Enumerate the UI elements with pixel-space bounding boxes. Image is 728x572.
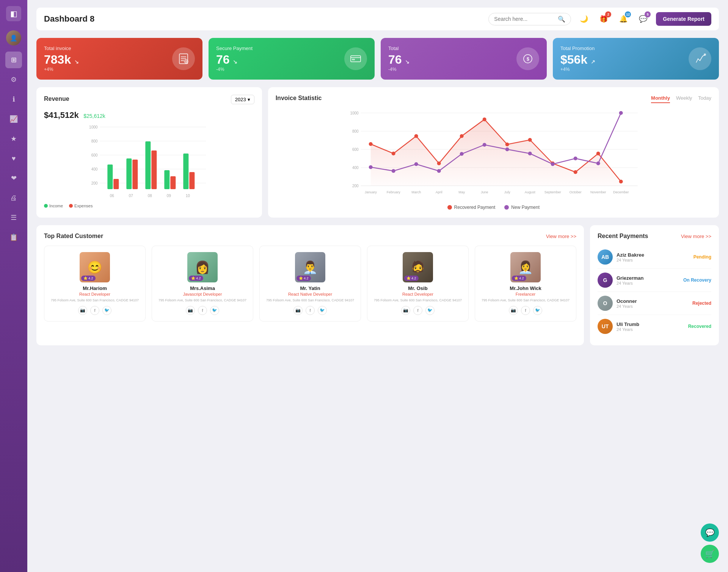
tab-weekly[interactable]: Weekly xyxy=(676,95,692,103)
twitter-icon-1[interactable]: 🐦 xyxy=(210,306,219,315)
tab-today[interactable]: Today xyxy=(698,95,711,103)
customer-card-2: 👨‍💼 ⭐ 4.2 Mr. Yatin React Native Develop… xyxy=(259,246,361,321)
bottom-row: Top Rated Customer View more >> 😊 ⭐ 4.2 … xyxy=(36,225,719,345)
sidebar-item-list[interactable]: 📋 xyxy=(5,229,22,246)
svg-rect-23 xyxy=(113,179,119,189)
facebook-icon-2[interactable]: f xyxy=(306,306,315,315)
sidebar-item-analytics[interactable]: 📈 xyxy=(5,111,22,127)
sidebar-item-heart2[interactable]: ❤ xyxy=(5,170,22,186)
facebook-icon-1[interactable]: f xyxy=(198,306,207,315)
svg-point-71 xyxy=(596,152,600,155)
generate-report-button[interactable]: Generate Report xyxy=(656,12,711,26)
sidebar-item-print[interactable]: 🖨 xyxy=(5,190,22,206)
search-icon: 🔍 xyxy=(558,16,565,23)
instagram-icon-1[interactable]: 📷 xyxy=(186,306,195,315)
float-support-button[interactable]: 💬 xyxy=(701,523,719,542)
float-cart-button[interactable]: 🛒 xyxy=(701,545,719,563)
revenue-value: $41,512k $25,612k xyxy=(44,110,254,120)
stat-info-payment: Secure Payment 76 ↘ -4% xyxy=(216,45,253,72)
stat-icon-invoice: $ xyxy=(172,47,195,70)
chat-icon-button[interactable]: 💬 5 xyxy=(636,12,650,26)
payments-view-more[interactable]: View more >> xyxy=(681,234,711,239)
svg-point-73 xyxy=(369,165,372,169)
instagram-icon-4[interactable]: 📷 xyxy=(509,306,518,315)
svg-rect-25 xyxy=(126,158,132,189)
payment-name-3: Uli Trumb xyxy=(617,321,684,327)
facebook-icon-3[interactable]: f xyxy=(413,306,422,315)
gift-badge: 2 xyxy=(605,11,611,17)
theme-toggle-button[interactable]: 🌙 xyxy=(577,12,591,26)
stat-label-invoice: Total invoice xyxy=(44,45,79,51)
svg-point-68 xyxy=(528,138,532,142)
payment-name-0: Aziz Bakree xyxy=(617,252,690,258)
twitter-icon-3[interactable]: 🐦 xyxy=(425,306,435,315)
svg-text:400: 400 xyxy=(352,166,359,170)
new-payment-legend: New Payment xyxy=(504,205,540,210)
instagram-icon-2[interactable]: 📷 xyxy=(293,306,303,315)
svg-text:1000: 1000 xyxy=(350,111,359,115)
search-input[interactable] xyxy=(494,16,555,22)
twitter-icon-2[interactable]: 🐦 xyxy=(318,306,327,315)
payment-age-3: 24 Years xyxy=(617,327,684,332)
gift-icon-button[interactable]: 🎁 2 xyxy=(597,12,610,26)
sidebar-item-menu[interactable]: ☰ xyxy=(5,209,22,226)
stat-label-promotion: Total Promotion xyxy=(560,45,595,51)
revenue-bar-chart: 1000 800 600 400 200 06 07 xyxy=(44,123,254,199)
invoice-tabs: Monthly Weekly Today xyxy=(651,95,711,103)
sidebar-item-star[interactable]: ★ xyxy=(5,130,22,147)
svg-text:600: 600 xyxy=(352,147,359,152)
stat-icon-payment xyxy=(344,47,367,70)
search-box[interactable]: 🔍 xyxy=(488,13,571,25)
twitter-icon-4[interactable]: 🐦 xyxy=(533,306,542,315)
instagram-icon-0[interactable]: 📷 xyxy=(78,306,87,315)
page-title: Dashboard 8 xyxy=(44,14,94,24)
customer-role-1: Javascript Developer xyxy=(158,292,247,296)
svg-text:$: $ xyxy=(185,60,187,63)
svg-text:August: August xyxy=(524,190,535,194)
sidebar-item-heart[interactable]: ♥ xyxy=(5,150,22,167)
svg-text:November: November xyxy=(590,190,606,194)
customer-socials-3: 📷 f 🐦 xyxy=(373,306,462,315)
svg-point-72 xyxy=(619,180,623,183)
svg-point-83 xyxy=(596,161,600,165)
svg-text:April: April xyxy=(435,190,442,194)
svg-rect-28 xyxy=(145,141,151,189)
sidebar-item-dashboard[interactable]: ⊞ xyxy=(5,52,22,68)
tab-monthly[interactable]: Monthly xyxy=(651,95,670,103)
svg-point-78 xyxy=(482,143,486,147)
rating-badge-3: ⭐ 4.2 xyxy=(404,276,419,281)
stat-card-promotion: Total Promotion $56k ↗ +4% xyxy=(553,38,719,80)
stat-change-promotion: +4% xyxy=(560,67,595,72)
customer-role-4: Freelancer xyxy=(481,292,570,296)
year-select[interactable]: 2023 ▾ xyxy=(231,95,254,104)
facebook-icon-4[interactable]: f xyxy=(521,306,530,315)
chat-badge: 5 xyxy=(645,11,651,17)
svg-point-82 xyxy=(573,157,577,160)
svg-text:$: $ xyxy=(527,56,529,62)
customer-name-4: Mr.John Wick xyxy=(481,285,570,291)
svg-point-75 xyxy=(414,162,418,166)
customer-socials-1: 📷 f 🐦 xyxy=(158,306,247,315)
payment-item-0: AB Aziz Bakree 24 Years Pending xyxy=(598,246,711,269)
svg-rect-34 xyxy=(183,154,188,189)
sidebar: ◧ 👤 ⊞ ⚙ ℹ 📈 ★ ♥ ❤ 🖨 ☰ 📋 xyxy=(0,0,27,572)
payment-status-0: Pending xyxy=(693,254,711,260)
sidebar-item-settings[interactable]: ⚙ xyxy=(5,71,22,88)
sidebar-avatar[interactable]: 👤 xyxy=(6,30,21,45)
twitter-icon-0[interactable]: 🐦 xyxy=(102,306,111,315)
sidebar-logo[interactable]: ◧ xyxy=(6,6,21,21)
bell-icon-button[interactable]: 🔔 12 xyxy=(617,12,630,26)
customers-view-more[interactable]: View more >> xyxy=(546,234,576,239)
sidebar-item-info[interactable]: ℹ xyxy=(5,91,22,108)
instagram-icon-3[interactable]: 📷 xyxy=(401,306,410,315)
svg-point-67 xyxy=(505,143,509,146)
customer-card-1: 👩 ⭐ 4.2 Mrs.Asima Javascript Developer 7… xyxy=(152,246,253,321)
svg-point-70 xyxy=(573,170,577,174)
invoice-legend: Recovered Payment New Payment xyxy=(276,205,711,210)
customer-card-3: 🧔 ⭐ 4.2 Mr. Osib React Developer 795 Fol… xyxy=(367,246,469,321)
chevron-down-icon: ▾ xyxy=(248,97,250,102)
rating-badge-4: ⭐ 4.2 xyxy=(512,276,526,281)
payment-avatar-2: O xyxy=(598,296,613,311)
svg-text:July: July xyxy=(504,190,510,194)
facebook-icon-0[interactable]: f xyxy=(90,306,99,315)
